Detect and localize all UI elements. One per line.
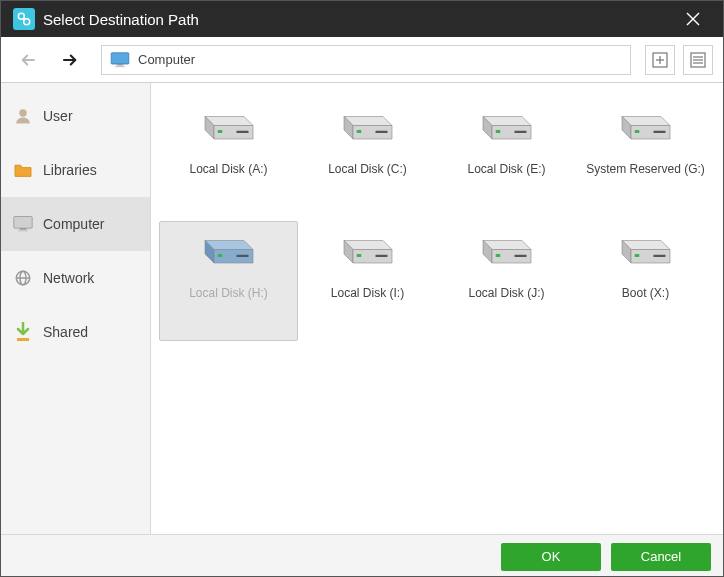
drive-item[interactable]: Boot (X:): [576, 221, 715, 341]
sidebar-item-libraries[interactable]: Libraries: [1, 143, 150, 197]
svg-rect-53: [356, 254, 361, 257]
view-list-button[interactable]: [683, 45, 713, 75]
sidebar-item-shared[interactable]: Shared: [1, 305, 150, 359]
svg-rect-28: [217, 130, 222, 133]
footer: OK Cancel: [1, 534, 723, 577]
path-bar[interactable]: Computer: [101, 45, 631, 75]
svg-rect-59: [514, 255, 526, 257]
svg-rect-38: [495, 130, 500, 133]
new-folder-button[interactable]: [645, 45, 675, 75]
drive-label: Local Disk (C:): [324, 162, 411, 176]
svg-point-17: [19, 109, 27, 117]
drive-label: System Reserved (G:): [582, 162, 709, 176]
drive-label: Local Disk (H:): [185, 286, 272, 300]
drive-grid: Local Disk (A:) Local Disk (C:) Local Di…: [151, 83, 723, 534]
sidebar-item-label: User: [43, 108, 73, 124]
svg-rect-58: [495, 254, 500, 257]
forward-button[interactable]: [53, 45, 87, 75]
drive-item[interactable]: Local Disk (E:): [437, 97, 576, 217]
svg-rect-63: [634, 254, 639, 257]
sidebar-item-label: Network: [43, 270, 94, 286]
svg-rect-54: [375, 255, 387, 257]
sidebar-item-user[interactable]: User: [1, 89, 150, 143]
drive-label: Boot (X:): [618, 286, 673, 300]
svg-rect-33: [356, 130, 361, 133]
drive-label: Local Disk (J:): [464, 286, 548, 300]
shared-icon: [13, 322, 33, 342]
monitor-icon: [110, 52, 130, 68]
toolbar: Computer: [1, 37, 723, 83]
svg-rect-29: [236, 131, 248, 133]
svg-rect-24: [17, 338, 29, 341]
svg-line-2: [23, 18, 24, 19]
ok-button[interactable]: OK: [501, 543, 601, 571]
svg-rect-7: [111, 52, 129, 63]
svg-rect-44: [653, 131, 665, 133]
svg-rect-19: [20, 228, 27, 230]
libraries-icon: [13, 160, 33, 180]
svg-rect-49: [236, 255, 248, 257]
close-button[interactable]: [673, 1, 713, 37]
sidebar-item-label: Computer: [43, 216, 104, 232]
back-button[interactable]: [11, 45, 45, 75]
sidebar-item-label: Libraries: [43, 162, 97, 178]
drive-item[interactable]: Local Disk (J:): [437, 221, 576, 341]
svg-rect-34: [375, 131, 387, 133]
drive-item[interactable]: Local Disk (C:): [298, 97, 437, 217]
window-title: Select Destination Path: [43, 11, 673, 28]
drive-label: Local Disk (E:): [463, 162, 549, 176]
drive-item[interactable]: Local Disk (H:): [159, 221, 298, 341]
svg-rect-8: [117, 64, 123, 66]
sidebar-item-network[interactable]: Network: [1, 251, 150, 305]
svg-rect-9: [115, 65, 125, 67]
network-icon: [13, 268, 33, 288]
svg-rect-18: [14, 217, 32, 229]
drive-label: Local Disk (I:): [327, 286, 408, 300]
drive-item[interactable]: Local Disk (A:): [159, 97, 298, 217]
sidebar: User Libraries Computer Network Shared: [1, 83, 151, 534]
svg-rect-20: [18, 230, 28, 232]
svg-rect-39: [514, 131, 526, 133]
app-icon: [13, 8, 35, 30]
user-icon: [13, 106, 33, 126]
title-bar: Select Destination Path: [1, 1, 723, 37]
sidebar-item-computer[interactable]: Computer: [1, 197, 150, 251]
sidebar-item-label: Shared: [43, 324, 88, 340]
drive-label: Local Disk (A:): [185, 162, 271, 176]
breadcrumb-location: Computer: [138, 52, 195, 67]
drive-item[interactable]: System Reserved (G:): [576, 97, 715, 217]
svg-rect-64: [653, 255, 665, 257]
svg-rect-43: [634, 130, 639, 133]
drive-item[interactable]: Local Disk (I:): [298, 221, 437, 341]
cancel-button[interactable]: Cancel: [611, 543, 711, 571]
svg-rect-48: [217, 254, 222, 257]
computer-icon: [13, 214, 33, 234]
